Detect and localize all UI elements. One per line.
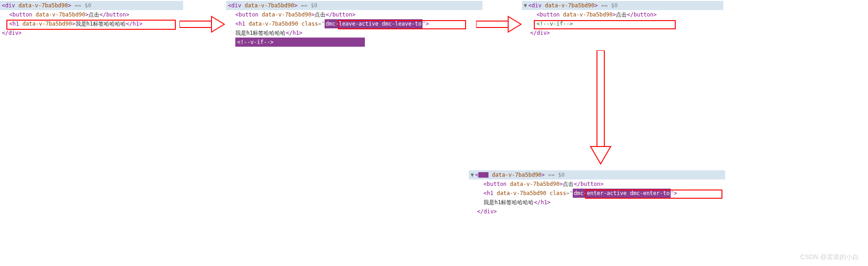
scoped-attr: data-v-7ba5bd90 <box>18 1 68 10</box>
button-line[interactable]: <button data-v-7ba5bd90>点击</button> <box>0 10 183 19</box>
div-open-line[interactable]: ▼ < data-v-7ba5bd90> == $0 <box>469 170 725 179</box>
svg-rect-4 <box>597 50 604 147</box>
transition-enter-classes: dmc-enter-active dmc-enter-to <box>573 189 671 198</box>
svg-rect-0 <box>179 21 212 27</box>
svg-marker-1 <box>212 16 224 32</box>
expand-toggle-icon[interactable]: ▼ <box>524 1 528 10</box>
div-open-line[interactable]: <div data-v-7ba5bd90> == $0 <box>226 1 483 10</box>
transition-leave-classes: dmc-leave-active dmc-leave-to <box>325 19 423 28</box>
h1-line[interactable]: <h1 data-v-7ba5bd90>我是h1标签哈哈哈哈</h1> <box>0 19 183 28</box>
dom-panel-2: <div data-v-7ba5bd90> == $0 <button data… <box>226 1 483 47</box>
div-open-line[interactable]: <div data-v-7ba5bd90> == $0 <box>0 1 183 10</box>
tag-h1: h1 <box>12 19 19 28</box>
vif-comment: <!--v-if--> <box>537 19 573 28</box>
vif-comment-line[interactable]: <!--v-if--> <box>522 19 723 28</box>
selected-tag-highlight <box>478 172 488 178</box>
div-close-line[interactable]: </div> <box>0 28 183 38</box>
h1-text: 我是h1标签哈哈哈哈 <box>76 19 126 28</box>
flow-arrow-down <box>587 50 614 165</box>
button-line[interactable]: <button data-v-7ba5bd90>点击</button> <box>226 10 483 19</box>
vif-comment: <!--v-if--> <box>237 39 273 45</box>
div-close-line[interactable]: </div> <box>469 207 725 216</box>
dom-panel-3: ▼ <div data-v-7ba5bd90> == $0 <button da… <box>522 1 723 38</box>
tag-button: button <box>12 10 32 19</box>
button-line[interactable]: <button data-v-7ba5bd90>点击</button> <box>522 10 723 19</box>
flow-arrow-right-1 <box>179 13 225 36</box>
expand-toggle-icon[interactable]: ▼ <box>471 170 475 179</box>
flow-arrow-right-2 <box>476 13 522 36</box>
h1-text-line[interactable]: 我是h1标签哈哈哈哈</h1> <box>469 198 725 207</box>
div-open-line[interactable]: ▼ <div data-v-7ba5bd90> == $0 <box>522 1 723 10</box>
class-attr: class <box>302 19 318 28</box>
div-close-line[interactable]: </div> <box>522 28 723 38</box>
h1-open-line[interactable]: <h1 data-v-7ba5bd90 class="dmc-enter-act… <box>469 189 725 198</box>
svg-marker-5 <box>591 147 611 164</box>
h1-open-line[interactable]: <h1 data-v-7ba5bd90 class="dmc-leave-act… <box>226 19 483 28</box>
vif-comment-line[interactable]: <!--v-if--> <box>226 38 483 47</box>
svg-marker-3 <box>508 16 521 32</box>
h1-text-line[interactable]: 我是h1标签哈哈哈哈</h1> <box>226 28 483 38</box>
dom-panel-1: <div data-v-7ba5bd90> == $0 <button data… <box>0 1 183 38</box>
button-text: 点击 <box>88 10 99 19</box>
dom-panel-4: ▼ < data-v-7ba5bd90> == $0 <button data-… <box>469 170 725 216</box>
dollar-zero: == $0 <box>75 1 91 10</box>
button-line[interactable]: <button data-v-7ba5bd90>点击</button> <box>469 179 725 189</box>
watermark: CSDN @卖菜的小白 <box>800 253 859 261</box>
tag-div: div <box>5 1 15 10</box>
